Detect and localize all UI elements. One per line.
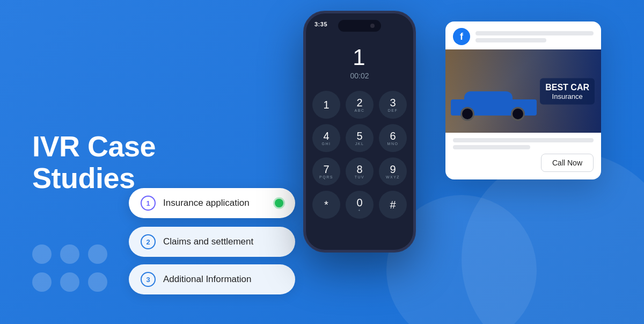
ad-footer-line-2 [453,145,530,149]
ad-line-long [475,31,594,35]
dial-key-2[interactable]: 2ABC [346,91,374,119]
phone-mockup: 3:35 1 00:02 12ABC3DEF4GHI5JKL6MNO7PQRS8… [303,11,421,312]
car-wheel-left [460,107,474,121]
dial-key-8[interactable]: 8TUV [346,157,374,185]
dot-grid [32,244,107,292]
dial-key-digit: 8 [356,164,362,175]
title-line1: IVR Case [32,129,156,162]
phone-notch [338,20,381,32]
dial-key-*[interactable]: * [312,191,340,219]
dial-key-letters: WXYZ [386,175,400,179]
dial-key-letters: MNO [387,142,399,146]
ad-card-header: f [445,21,601,49]
main-title: IVR Case Studies [32,130,172,194]
ad-text-insurance: Insurance [545,92,589,100]
dial-key-6[interactable]: 6MNO [379,124,407,152]
ad-line-short [475,38,546,42]
dial-key-1[interactable]: 1 [312,91,340,119]
ad-image: BEST CAR Insurance [445,49,601,133]
call-display: 1 00:02 [350,42,369,80]
dial-key-letters: JKL [355,142,364,146]
menu-number-3: 3 [141,272,156,287]
dial-key-letters: DEF [388,109,398,112]
ad-footer: Call Now [445,133,601,179]
menu-label-3: Additional Information [163,274,283,285]
call-timer: 00:02 [350,71,369,80]
dial-key-digit: 3 [390,97,396,108]
dial-key-0[interactable]: 0+ [346,191,374,219]
title-line2: Studies [32,162,135,194]
dial-key-digit: 0 [356,197,362,208]
dial-key-letters: GHI [322,142,331,146]
menu-number-2: 2 [141,234,156,249]
dial-key-digit: 6 [390,131,396,141]
dial-key-#[interactable]: # [379,191,407,219]
menu-label-2: Claims and settlement [163,236,283,247]
dial-key-4[interactable]: 4GHI [312,124,340,152]
dot [60,244,79,264]
dial-key-5[interactable]: 5JKL [346,124,374,152]
ad-footer-line-1 [453,138,594,142]
main-container: IVR Case Studies 1 Insurance application… [0,0,644,324]
dial-key-digit: * [324,199,328,210]
dot [32,272,52,292]
dial-key-digit: # [390,199,396,210]
ad-footer-text-lines [453,138,594,149]
ad-card: f BEST CAR Insurance [445,21,601,179]
call-now-button[interactable]: Call Now [541,154,594,172]
dot [60,272,79,292]
ad-text-overlay: BEST CAR Insurance [540,78,595,104]
dial-key-3[interactable]: 3DEF [379,91,407,119]
phone-screen: 1 00:02 12ABC3DEF4GHI5JKL6MNO7PQRS8TUV9W… [305,12,414,251]
car-silhouette [451,92,537,122]
menu-item-2[interactable]: 2 Claims and settlement [129,227,295,257]
car-wheel-right [511,107,525,121]
menu-number-1: 1 [141,196,156,211]
ivr-menu: 1 Insurance application 2 Claims and set… [129,189,295,294]
dial-key-letters: ABC [355,109,365,112]
dial-key-digit: 4 [323,131,329,141]
dot [88,272,107,292]
dial-key-digit: 2 [356,97,362,108]
menu-item-3[interactable]: 3 Additional Information [129,264,295,294]
ad-text-best: BEST CAR [545,82,589,92]
menu-label-1: Insurance application [163,198,267,208]
dial-key-digit: 9 [390,164,396,175]
active-indicator [275,199,283,207]
dial-key-letters: + [358,208,361,212]
facebook-icon: f [453,28,470,45]
status-bar-time: 3:35 [314,21,327,27]
hero-section: IVR Case Studies [32,130,172,194]
dial-key-digit: 7 [323,164,329,175]
dial-key-9[interactable]: 9WXYZ [379,157,407,185]
call-number: 1 [350,45,369,70]
dial-key-letters: TUV [355,175,365,179]
dial-key-digit: 1 [323,99,329,110]
dial-key-letters: PQRS [319,175,333,179]
ad-header-lines [475,31,594,42]
dial-key-digit: 5 [356,131,362,141]
dot [32,244,52,264]
dot [88,244,107,264]
phone-body: 3:35 1 00:02 12ABC3DEF4GHI5JKL6MNO7PQRS8… [303,11,416,253]
dial-pad: 12ABC3DEF4GHI5JKL6MNO7PQRS8TUV9WXYZ*0+# [309,91,410,219]
menu-item-1[interactable]: 1 Insurance application [129,188,295,218]
dial-key-7[interactable]: 7PQRS [312,157,340,185]
